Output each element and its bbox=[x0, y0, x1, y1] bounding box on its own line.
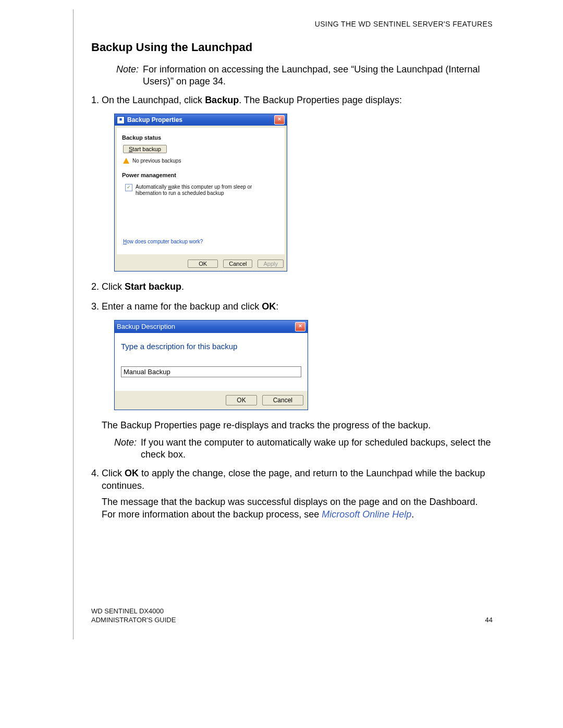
note-text: For information on accessing the Launchp… bbox=[143, 64, 493, 87]
cancel-button[interactable]: Cancel bbox=[223, 260, 252, 268]
auto-wake-label: Automatically wake this computer up from… bbox=[136, 184, 276, 196]
dialog2-titlebar: Backup Description × bbox=[115, 320, 308, 333]
power-management-label: Power management bbox=[122, 171, 279, 179]
note-1: Note: For information on accessing the L… bbox=[116, 64, 493, 87]
after-dialog2-text: The Backup Properties page re-displays a… bbox=[102, 419, 493, 431]
start-backup-button[interactable]: Start backup bbox=[123, 145, 167, 153]
warning-icon bbox=[123, 158, 129, 164]
note-2: Note: If you want the computer to automa… bbox=[114, 437, 493, 460]
close-icon[interactable]: × bbox=[274, 115, 285, 125]
step-3: Enter a name for the backup and click OK… bbox=[102, 301, 493, 461]
step-2: Click Start backup. bbox=[102, 281, 493, 293]
backup-description-dialog: Backup Description × Type a description … bbox=[114, 320, 308, 410]
page-number: 44 bbox=[485, 616, 493, 625]
apply-button: Apply bbox=[258, 260, 284, 268]
help-link[interactable]: How does computer backup work? bbox=[123, 238, 203, 245]
dialog2-title: Backup Description bbox=[117, 323, 175, 331]
note-text: If you want the computer to automaticall… bbox=[141, 437, 493, 460]
backup-description-input[interactable] bbox=[121, 366, 301, 377]
dialog2-prompt: Type a description for this backup bbox=[121, 341, 301, 352]
dialog-titlebar: ■ Backup Properties × bbox=[115, 114, 287, 126]
footer-line1: WD SENTINEL DX4000 bbox=[91, 607, 493, 616]
no-previous-backups-row: No previous backups bbox=[123, 157, 278, 164]
ok-button[interactable]: OK bbox=[226, 395, 256, 405]
page-footer: WD SENTINEL DX4000 ADMINISTRATOR'S GUIDE… bbox=[91, 607, 493, 625]
ms-online-help-link[interactable]: Microsoft Online Help bbox=[322, 509, 411, 520]
footer-line2: ADMINISTRATOR'S GUIDE bbox=[91, 616, 493, 625]
note-label: Note: bbox=[114, 437, 137, 460]
app-icon: ■ bbox=[117, 116, 125, 124]
left-rule bbox=[73, 9, 74, 639]
close-icon[interactable]: × bbox=[295, 322, 305, 331]
dialog-title: Backup Properties bbox=[127, 116, 182, 125]
backup-properties-dialog: ■ Backup Properties × Backup status Star… bbox=[114, 114, 287, 272]
step-4: Click OK to apply the change, close the … bbox=[102, 467, 493, 521]
step-1: On the Launchpad, click Backup. The Back… bbox=[102, 94, 493, 272]
page-content: Backup Using the Launchpad Note: For inf… bbox=[91, 41, 493, 528]
backup-status-label: Backup status bbox=[122, 134, 279, 141]
cancel-button[interactable]: Cancel bbox=[262, 395, 303, 405]
ordered-steps: On the Launchpad, click Backup. The Back… bbox=[91, 94, 493, 521]
warn-text: No previous backups bbox=[132, 157, 181, 164]
auto-wake-checkbox[interactable]: ✓ bbox=[125, 184, 132, 191]
note-label: Note: bbox=[116, 64, 139, 87]
page-header: USING THE WD SENTINEL SERVER'S FEATURES bbox=[315, 20, 493, 28]
section-title: Backup Using the Launchpad bbox=[91, 41, 493, 54]
ok-button[interactable]: OK bbox=[188, 260, 218, 268]
